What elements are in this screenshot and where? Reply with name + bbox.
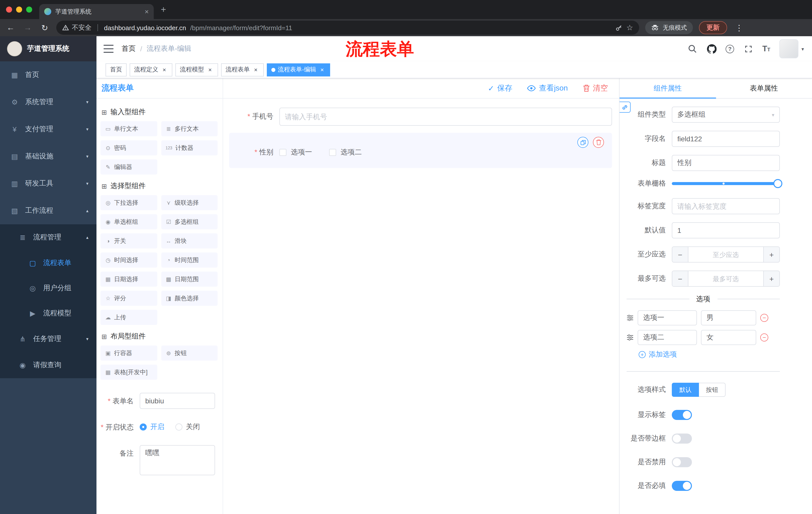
label-width-input[interactable]	[672, 198, 780, 214]
help-icon[interactable]: ?	[726, 45, 734, 53]
palette-item-color-picker[interactable]: ◨颜色选择	[161, 291, 218, 306]
github-icon[interactable]	[706, 44, 717, 54]
form-grid-slider[interactable]	[672, 182, 778, 185]
address-bar[interactable]: 不安全 dashboard.yudao.iocoder.cn/bpm/manag…	[56, 21, 639, 35]
view-json-button[interactable]: 查看json	[527, 83, 568, 93]
palette-item-radio-group[interactable]: ◉单选框组	[100, 214, 157, 229]
tag-process-model[interactable]: 流程模型 ×	[175, 63, 218, 76]
back-icon[interactable]: ←	[5, 23, 16, 32]
slider-handle[interactable]	[773, 179, 782, 188]
close-icon[interactable]: ×	[161, 66, 168, 73]
title-input[interactable]	[672, 155, 780, 171]
sidebar-item-home[interactable]: ▦ 首页	[0, 61, 96, 88]
browser-menu-icon[interactable]: ⋮	[733, 23, 745, 32]
clear-button[interactable]: 清空	[583, 83, 608, 93]
form-remark-textarea[interactable]: 嘿嘿	[140, 445, 215, 475]
style-button-button[interactable]: 按钮	[699, 383, 726, 397]
hamburger-icon[interactable]	[104, 45, 114, 53]
close-icon[interactable]: ×	[206, 66, 213, 73]
sidebar-item-process-model[interactable]: ▶ 流程模型	[0, 301, 96, 326]
palette-item-single-line-text[interactable]: ▭单行文本	[100, 121, 157, 136]
sidebar-item-payment-management[interactable]: ¥ 支付管理 ▾	[0, 116, 96, 143]
forward-icon[interactable]: →	[22, 23, 33, 32]
style-default-button[interactable]: 默认	[672, 383, 699, 397]
palette-item-row-container[interactable]: ▣行容器	[100, 346, 157, 360]
search-icon[interactable]	[687, 44, 697, 54]
sidebar-item-leave-query[interactable]: ◉ 请假查询	[0, 352, 96, 378]
palette-item-counter[interactable]: 123计数器	[161, 140, 218, 155]
palette-item-password[interactable]: ⊙密码	[100, 140, 157, 155]
palette-item-rate[interactable]: ☆评分	[100, 291, 157, 306]
palette-item-multi-line-text[interactable]: ≣多行文本	[161, 121, 218, 136]
close-window-button[interactable]	[6, 6, 12, 12]
palette-item-table[interactable]: ▦表格[开发中]	[100, 364, 157, 380]
update-browser-button[interactable]: 更新	[699, 21, 727, 34]
drag-handle-icon[interactable]	[627, 314, 634, 321]
status-off-radio[interactable]: 关闭	[175, 423, 200, 432]
sidebar-item-process-form[interactable]: ▢ 流程表单	[0, 250, 96, 276]
min-select-input[interactable]	[688, 247, 763, 262]
palette-item-editor[interactable]: ✎编辑器	[100, 159, 157, 174]
option-value-input[interactable]	[701, 310, 756, 325]
has-border-switch[interactable]	[672, 434, 692, 443]
show-label-switch[interactable]	[672, 410, 692, 420]
sidebar-item-infrastructure[interactable]: ▤ 基础设施 ▾	[0, 143, 96, 170]
tag-home[interactable]: 首页	[106, 63, 127, 76]
component-type-select[interactable]: 多选框组 ▾	[672, 107, 780, 123]
palette-item-date-range[interactable]: ▩日期范围	[161, 272, 218, 287]
bookmark-star-icon[interactable]: ☆	[626, 23, 633, 32]
palette-item-select[interactable]: ◎下拉选择	[100, 195, 157, 210]
palette-item-time-range[interactable]: ◔时间范围	[161, 252, 218, 268]
reload-icon[interactable]: ↻	[39, 23, 50, 32]
password-key-icon[interactable]	[615, 24, 622, 31]
required-switch[interactable]	[672, 481, 692, 491]
default-value-input[interactable]	[672, 222, 780, 238]
option-name-input[interactable]	[638, 310, 697, 325]
option-name-input[interactable]	[638, 330, 697, 345]
max-select-input[interactable]	[688, 271, 763, 286]
tag-process-form[interactable]: 流程表单 ×	[221, 63, 264, 76]
tab-component-props[interactable]: 组件属性	[619, 78, 716, 98]
sidebar-item-workflow[interactable]: ▧ 工作流程 ▴	[0, 197, 96, 224]
palette-item-slider[interactable]: ↔滑块	[161, 233, 218, 248]
sidebar-item-process-management[interactable]: ≣ 流程管理 ▴	[0, 224, 96, 250]
user-avatar[interactable]: ▾	[779, 39, 804, 58]
sidebar-item-user-group[interactable]: ◎ 用户分组	[0, 276, 96, 301]
tab-form-props[interactable]: 表单属性	[716, 78, 812, 98]
decrease-button[interactable]: −	[672, 247, 688, 262]
palette-item-cascader[interactable]: ⋎级联选择	[161, 195, 218, 210]
palette-item-switch[interactable]: ◑开关	[100, 233, 157, 248]
palette-item-button[interactable]: ⊚按钮	[161, 346, 218, 360]
field-link-badge[interactable]	[619, 102, 631, 113]
tag-process-definition[interactable]: 流程定义 ×	[129, 63, 172, 76]
font-size-icon[interactable]: TT	[762, 44, 770, 53]
disabled-switch[interactable]	[672, 457, 692, 467]
palette-item-checkbox-group[interactable]: ☑多选框组	[161, 214, 218, 229]
drag-handle-icon[interactable]	[627, 334, 634, 341]
close-icon[interactable]: ×	[252, 66, 259, 73]
sidebar-item-system-management[interactable]: ⚙ 系统管理 ▾	[0, 88, 96, 116]
delete-component-button[interactable]	[593, 137, 604, 148]
save-button[interactable]: ✓ 保存	[488, 83, 512, 93]
increase-button[interactable]: +	[763, 271, 779, 286]
new-tab-button[interactable]: +	[161, 4, 166, 15]
browser-tab[interactable]: 芋道管理系统 ×	[39, 4, 154, 19]
palette-item-date-picker[interactable]: ▦日期选择	[100, 272, 157, 287]
security-status[interactable]: 不安全	[62, 23, 91, 32]
remove-option-button[interactable]: −	[760, 314, 768, 322]
remove-option-button[interactable]: −	[760, 333, 768, 342]
fullscreen-icon[interactable]	[743, 44, 753, 54]
canvas-field-phone[interactable]: 手机号	[229, 108, 612, 126]
form-name-input[interactable]	[140, 393, 215, 409]
close-icon[interactable]: ×	[319, 66, 326, 73]
breadcrumb-home[interactable]: 首页	[122, 44, 136, 53]
sidebar-logo[interactable]: 芋道管理系统	[0, 36, 96, 61]
copy-component-button[interactable]	[577, 137, 588, 148]
tag-process-form-edit[interactable]: 流程表单-编辑 ×	[267, 63, 330, 76]
field-name-input[interactable]	[672, 131, 780, 147]
tab-close-icon[interactable]: ×	[145, 8, 149, 15]
gender-option2-checkbox[interactable]: 选项二	[329, 148, 362, 157]
canvas-field-gender-selected[interactable]: 性别 选项一 选项二	[229, 133, 612, 168]
sidebar-item-dev-tools[interactable]: ▥ 研发工具 ▾	[0, 170, 96, 197]
option-value-input[interactable]	[701, 330, 756, 345]
